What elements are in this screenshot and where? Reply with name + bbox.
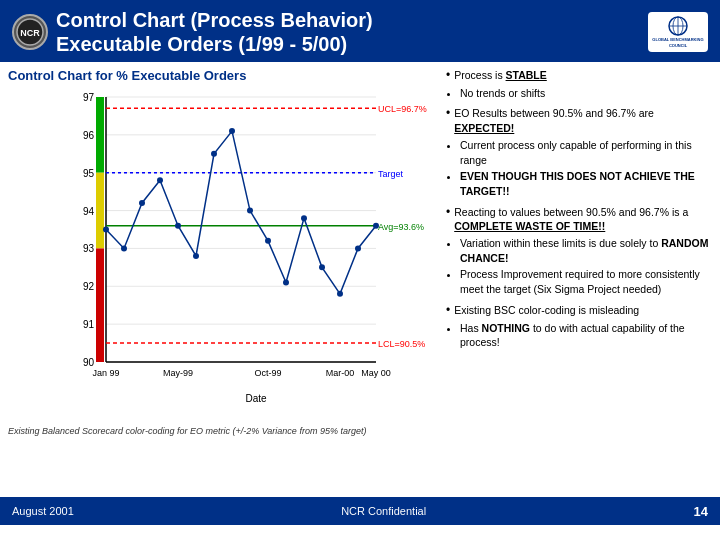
chart-area: Control Chart for % Executable Orders % …	[8, 68, 436, 491]
bullet-main-text-1: EO Results between 90.5% and 96.7% are E…	[454, 106, 712, 135]
svg-text:NCR: NCR	[20, 28, 40, 38]
x-axis-label: Date	[76, 393, 436, 404]
svg-text:Oct-99: Oct-99	[254, 368, 281, 378]
svg-point-40	[121, 245, 127, 251]
footer-right: 14	[694, 504, 708, 519]
bullet-3: Existing BSC color-coding is misleadingH…	[446, 303, 712, 350]
svg-point-46	[229, 128, 235, 134]
svg-text:93: 93	[83, 243, 95, 254]
svg-text:92: 92	[83, 281, 95, 292]
bullet-0: Process is STABLENo trends or shifts	[446, 68, 712, 100]
header-title: Control Chart (Process Behavior) Executa…	[56, 8, 373, 56]
svg-point-42	[157, 177, 163, 183]
svg-text:90: 90	[83, 357, 95, 368]
svg-point-52	[337, 291, 343, 297]
svg-text:97: 97	[83, 92, 95, 103]
bullet-sub-1-0: Current process only capable of performi…	[460, 138, 712, 167]
bullets-area: Process is STABLENo trends or shiftsEO R…	[442, 68, 712, 491]
svg-rect-12	[96, 248, 104, 362]
svg-point-49	[283, 280, 289, 286]
svg-text:Target: Target	[378, 169, 404, 179]
svg-text:91: 91	[83, 319, 95, 330]
svg-point-47	[247, 208, 253, 214]
bullet-1: EO Results between 90.5% and 96.7% are E…	[446, 106, 712, 198]
svg-rect-10	[96, 97, 104, 173]
bullet-main-2: Reacting to values between 90.5% and 96.…	[446, 205, 712, 234]
bullet-sub-3-0: Has NOTHING to do with actual capability…	[460, 321, 712, 350]
svg-point-45	[211, 151, 217, 157]
svg-point-39	[103, 227, 109, 233]
chart-svg: 9796959493929190UCL=96.7%TargetAvg=93.6%…	[76, 87, 436, 387]
svg-text:GLOBAL BENCHMARKING: GLOBAL BENCHMARKING	[652, 37, 703, 42]
bullet-main-3: Existing BSC color-coding is misleading	[446, 303, 712, 319]
svg-rect-11	[96, 173, 104, 249]
svg-text:96: 96	[83, 130, 95, 141]
bullet-2: Reacting to values between 90.5% and 96.…	[446, 205, 712, 297]
header: NCR Control Chart (Process Behavior) Exe…	[0, 0, 720, 62]
bullet-main-text-2: Reacting to values between 90.5% and 96.…	[454, 205, 712, 234]
svg-point-41	[139, 200, 145, 206]
svg-point-54	[373, 223, 379, 229]
svg-point-51	[319, 264, 325, 270]
svg-text:Avg=93.6%: Avg=93.6%	[378, 222, 424, 232]
bullet-main-0: Process is STABLE	[446, 68, 712, 84]
svg-text:Jan 99: Jan 99	[92, 368, 119, 378]
bullet-sub-list-2: Variation within these limits is due sol…	[460, 236, 712, 297]
svg-point-53	[355, 245, 361, 251]
svg-text:UCL=96.7%: UCL=96.7%	[378, 104, 427, 114]
bullet-sub-2-1: Process Improvement required to more con…	[460, 267, 712, 296]
footer-center: NCR Confidential	[341, 505, 426, 517]
chart-caption: Existing Balanced Scorecard color-coding…	[8, 426, 436, 436]
svg-point-44	[193, 253, 199, 259]
svg-point-43	[175, 223, 181, 229]
svg-text:Mar-00: Mar-00	[326, 368, 355, 378]
svg-point-50	[301, 215, 307, 221]
footer-left: August 2001	[12, 505, 74, 517]
chart-outer: % Executable Orders 9796959493929190UCL=…	[8, 87, 436, 424]
svg-text:COUNCIL: COUNCIL	[668, 43, 687, 48]
header-logo-area: NCR Control Chart (Process Behavior) Exe…	[12, 8, 373, 56]
svg-point-48	[265, 238, 271, 244]
bullet-main-text-0: Process is STABLE	[454, 68, 547, 83]
gbc-logo: GLOBAL BENCHMARKING COUNCIL	[648, 12, 708, 52]
svg-text:May-99: May-99	[163, 368, 193, 378]
bullet-sub-2-0: Variation within these limits is due sol…	[460, 236, 712, 265]
bullet-sub-list-0: No trends or shifts	[460, 86, 712, 101]
chart-title: Control Chart for % Executable Orders	[8, 68, 436, 83]
svg-text:May 00: May 00	[361, 368, 391, 378]
ncr-logo: NCR	[12, 14, 48, 50]
title-line1: Control Chart (Process Behavior)	[56, 8, 373, 32]
bullet-sub-1-1: EVEN THOUGH THIS DOES NOT ACHIEVE THE TA…	[460, 169, 712, 198]
bullet-sub-list-1: Current process only capable of performi…	[460, 138, 712, 199]
bullet-main-1: EO Results between 90.5% and 96.7% are E…	[446, 106, 712, 135]
bullet-sub-0-0: No trends or shifts	[460, 86, 712, 101]
svg-text:95: 95	[83, 168, 95, 179]
footer: August 2001 NCR Confidential 14	[0, 497, 720, 525]
main-content: Control Chart for % Executable Orders % …	[0, 62, 720, 497]
svg-text:LCL=90.5%: LCL=90.5%	[378, 339, 425, 349]
chart-wrapper: 9796959493929190UCL=96.7%TargetAvg=93.6%…	[76, 87, 436, 391]
svg-text:94: 94	[83, 206, 95, 217]
bullet-sub-list-3: Has NOTHING to do with actual capability…	[460, 321, 712, 350]
bullet-main-text-3: Existing BSC color-coding is misleading	[454, 303, 639, 318]
title-line2: Executable Orders (1/99 - 5/00)	[56, 32, 373, 56]
